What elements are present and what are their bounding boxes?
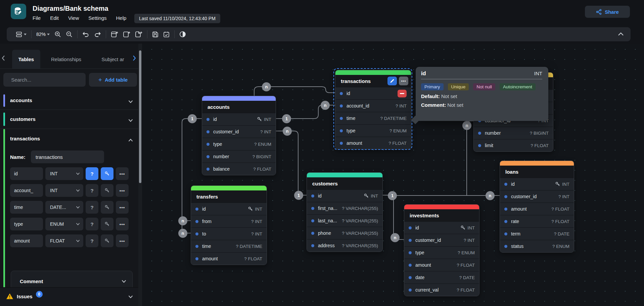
field-name: term: [511, 231, 520, 236]
table-color-strip: [202, 96, 276, 101]
table-field-address[interactable]: address? VARCHAR(255): [307, 239, 382, 252]
table-field-rate[interactable]: rate? FLOAT: [500, 215, 574, 227]
table-field-customer_id[interactable]: customer_id? INT: [404, 234, 479, 246]
table-field-id[interactable]: idINT: [202, 113, 276, 125]
field-bullet-icon: [311, 244, 314, 247]
field-type: ? VARCHAR(255): [342, 206, 378, 211]
table-field-from[interactable]: from? INT: [191, 215, 267, 227]
field-name: first_na...: [318, 206, 337, 211]
table-field-account_id[interactable]: account_id? INT: [335, 99, 411, 112]
table-more-button[interactable]: •••: [399, 77, 408, 85]
field-type: INT: [364, 193, 378, 199]
field-bullet-icon: [340, 92, 343, 95]
field-name: balance: [213, 166, 230, 172]
table-field-amount[interactable]: amount? FLOAT: [500, 203, 574, 215]
table-color-strip: [335, 70, 411, 75]
table-field-customer_id[interactable]: customer_id? INT: [500, 190, 574, 203]
field-name: customer_id: [511, 194, 537, 199]
table-field-limit[interactable]: limit? FLOAT: [474, 139, 553, 151]
tooltip-default-label: Default:: [421, 93, 440, 99]
table-field-first_na...[interactable]: first_na...? VARCHAR(255): [307, 202, 382, 214]
table-title: loans: [500, 166, 574, 178]
table-field-id[interactable]: idINT: [404, 221, 479, 234]
table-field-amount[interactable]: amount? FLOAT: [335, 137, 411, 149]
constraint-badge-primary: Primary: [421, 83, 444, 90]
primary-key-icon: [248, 207, 253, 211]
table-field-id[interactable]: idINT: [307, 189, 382, 202]
edit-table-button[interactable]: [387, 77, 397, 85]
table-card-investments[interactable]: investmentsidINTcustomer_id? INTtype? EN…: [404, 204, 479, 296]
field-type: ? FLOAT: [244, 256, 262, 261]
field-bullet-icon: [409, 276, 412, 279]
table-field-current_val[interactable]: current_val? FLOAT: [404, 283, 479, 296]
field-bullet-icon: [206, 168, 210, 171]
field-bullet-icon: [409, 264, 412, 267]
table-card-accounts[interactable]: accountsidINTcustomer_id? INTtype? ENUMn…: [202, 96, 276, 175]
primary-key-icon: [461, 225, 465, 230]
field-bullet-icon: [340, 129, 343, 132]
field-name: status: [511, 244, 523, 249]
field-name: last_na...: [318, 218, 337, 223]
table-field-number[interactable]: number? BIGINT: [474, 127, 553, 139]
relationship-customers-hidden-table: [467, 121, 473, 195]
cardinality-marker-1: 1: [188, 114, 197, 123]
field-type: ? INT: [251, 231, 262, 236]
table-card-loans[interactable]: loansidINTcustomer_id? INTamount? FLOATr…: [500, 161, 574, 253]
table-field-phone[interactable]: phone? VARCHAR(255): [307, 227, 382, 239]
table-field-type[interactable]: type? ENUM: [202, 138, 276, 150]
table-field-balance[interactable]: balance? FLOAT: [202, 163, 276, 175]
field-bullet-icon: [504, 220, 507, 223]
delete-field-button[interactable]: [398, 90, 407, 97]
table-field-amount[interactable]: amount? FLOAT: [404, 259, 479, 271]
field-bullet-icon: [340, 117, 343, 120]
table-card-transfers[interactable]: transfersidINTfrom? INTto? INTtime? DATE…: [191, 185, 267, 265]
tooltip-divider: [421, 79, 542, 79]
table-name-label: transfers: [196, 194, 264, 200]
field-bullet-icon: [311, 207, 314, 210]
field-type: ? FLOAT: [531, 143, 549, 148]
field-name: customer_id: [213, 129, 239, 134]
field-type: ? ENUM: [254, 142, 271, 147]
field-name: id: [511, 181, 515, 187]
table-field-amount[interactable]: amount? FLOAT: [191, 252, 267, 265]
cardinality-marker-n: n: [178, 229, 187, 238]
field-bullet-icon: [195, 245, 198, 248]
table-field-customer_id[interactable]: customer_id? INT: [202, 125, 276, 138]
table-field-last_na...[interactable]: last_na...? VARCHAR(255): [307, 214, 382, 227]
field-bullet-icon: [311, 219, 314, 222]
cardinality-marker-n: n: [462, 121, 471, 130]
field-name: current_val: [415, 287, 439, 293]
table-name-label: customers: [312, 181, 380, 186]
pencil-icon: [390, 79, 395, 83]
table-card-transactions[interactable]: transactions•••idaccount_id? INTtime? DA…: [335, 70, 411, 149]
table-field-type[interactable]: type? ENUM: [404, 246, 479, 259]
table-field-date[interactable]: date? DATE: [404, 271, 479, 283]
field-bullet-icon: [206, 143, 210, 146]
table-card-customers[interactable]: customersidINTfirst_na...? VARCHAR(255)l…: [307, 172, 383, 252]
field-name: id: [213, 117, 217, 122]
table-field-to[interactable]: to? INT: [191, 227, 267, 240]
table-field-id[interactable]: idINT: [500, 178, 574, 190]
table-title: transfers: [191, 190, 267, 203]
table-field-number[interactable]: number? BIGINT: [202, 150, 276, 163]
field-type: ? INT: [251, 219, 262, 224]
cardinality-marker-n: n: [486, 191, 495, 200]
field-bullet-icon: [504, 232, 507, 235]
table-field-type[interactable]: type? ENUM: [335, 124, 411, 137]
table-field-time[interactable]: time? DATETIME: [191, 240, 267, 252]
field-bullet-icon: [504, 208, 507, 211]
minus-icon: [400, 93, 404, 94]
field-bullet-icon: [311, 232, 314, 235]
table-field-status[interactable]: status? ENUM: [500, 240, 574, 252]
field-type: ? ENUM: [552, 244, 569, 249]
field-name: amount: [415, 262, 431, 268]
cardinality-marker-n: n: [283, 127, 292, 136]
field-bullet-icon: [504, 183, 507, 186]
table-field-term[interactable]: term? DATE: [500, 227, 574, 240]
table-field-id[interactable]: id: [335, 87, 411, 99]
primary-key-icon: [364, 193, 369, 198]
table-field-time[interactable]: time? DATETIME: [335, 112, 411, 124]
table-field-id[interactable]: idINT: [191, 203, 267, 215]
field-name: rate: [511, 219, 519, 224]
field-bullet-icon: [409, 251, 412, 254]
